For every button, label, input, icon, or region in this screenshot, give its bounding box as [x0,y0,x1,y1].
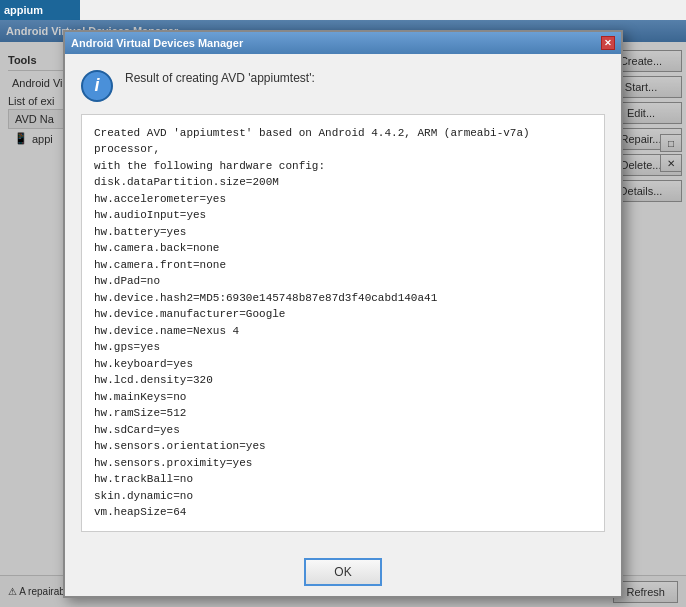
content-line: hw.trackBall=no [94,471,592,488]
content-line: hw.keyboard=yes [94,356,592,373]
content-line: hw.ramSize=512 [94,405,592,422]
dialog-header-row: i Result of creating AVD 'appiumtest': [81,70,605,102]
dialog-title-label: Android Virtual Devices Manager [71,37,243,49]
content-line: with the following hardware config: [94,158,592,175]
dialog-content-area: Created AVD 'appiumtest' based on Androi… [81,114,605,532]
content-line: Created AVD 'appiumtest' based on Androi… [94,125,592,142]
content-line: skin.dynamic=no [94,488,592,505]
content-line: hw.accelerometer=yes [94,191,592,208]
content-line: hw.sensors.proximity=yes [94,455,592,472]
content-line: hw.mainKeys=no [94,389,592,406]
modal-overlay: Android Virtual Devices Manager ✕ i Resu… [0,20,686,607]
appium-title: appium [4,4,43,16]
dialog-footer: OK [65,548,621,596]
dialog-body: i Result of creating AVD 'appiumtest': C… [65,54,621,548]
content-line: hw.device.name=Nexus 4 [94,323,592,340]
content-line: hw.gps=yes [94,339,592,356]
dialog-header-text: Result of creating AVD 'appiumtest': [125,70,315,87]
content-line: hw.sensors.orientation=yes [94,438,592,455]
info-icon: i [81,70,113,102]
ok-button[interactable]: OK [304,558,381,586]
content-line: hw.dPad=no [94,273,592,290]
content-line: vm.heapSize=64 [94,504,592,521]
content-line: disk.dataPartition.size=200M [94,174,592,191]
content-line: hw.device.manufacturer=Google [94,306,592,323]
dialog-close-button[interactable]: ✕ [601,36,615,50]
avd-result-dialog: Android Virtual Devices Manager ✕ i Resu… [63,30,623,598]
dialog-titlebar: Android Virtual Devices Manager ✕ [65,32,621,54]
content-line: hw.camera.front=none [94,257,592,274]
content-line: hw.camera.back=none [94,240,592,257]
appium-taskbar: appium [0,0,80,20]
content-line: hw.device.hash2=MD5:6930e145748b87e87d3f… [94,290,592,307]
content-line: hw.audioInput=yes [94,207,592,224]
content-line: hw.battery=yes [94,224,592,241]
content-line: processor, [94,141,592,158]
content-line: hw.sdCard=yes [94,422,592,439]
content-line: hw.lcd.density=320 [94,372,592,389]
